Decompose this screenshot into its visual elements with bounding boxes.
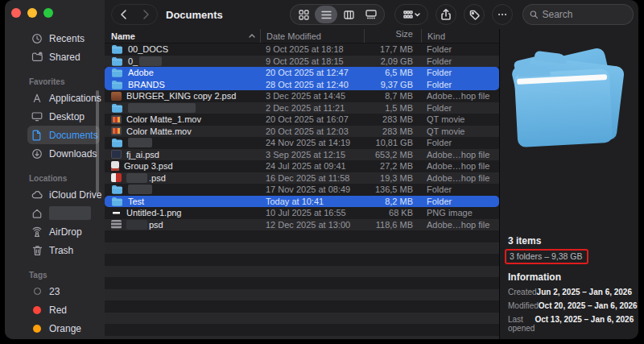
toolbar: Documents (105, 0, 638, 29)
zoom-button[interactable] (43, 8, 53, 18)
info-label: Created (508, 288, 537, 296)
sidebar-item-yellow[interactable]: Yellow (27, 338, 100, 339)
file-size: 136,5 MB (364, 184, 421, 194)
group-by-button[interactable] (394, 4, 428, 25)
column-header-name[interactable]: Name (105, 29, 260, 43)
file-row-fj-ai-psd[interactable]: fj_ai.psd3 Sep 2025 at 12:15653,2 MBAdob… (105, 149, 499, 161)
file-date-modified: 2 Dec 2025 at 11:21 (260, 103, 364, 113)
file-row-color-matte-mov[interactable]: Color Matte.mov20 Oct 2025 at 12:03283 M… (105, 126, 499, 138)
info-value: Oct 13, 2025 – Jan 6, 2026 (535, 315, 634, 324)
back-button[interactable] (112, 5, 134, 24)
file-date-modified: 16 Dec 2025 at 11:58 (260, 173, 364, 183)
minimize-button[interactable] (27, 8, 37, 18)
info-label: Modified (508, 301, 539, 310)
file-row-psd[interactable]: psd12 Dec 2025 at 13:00118,6 MBAdobe…hop… (105, 219, 499, 231)
file-kind: Folder (421, 56, 499, 66)
file-kind: QT movie (421, 126, 499, 136)
file-date-modified: 17 Nov 2025 at 08:49 (260, 184, 364, 194)
redacted-name (126, 220, 147, 230)
search-field[interactable] (522, 4, 634, 25)
file-kind: QT movie (421, 114, 499, 124)
file-date-modified: 3 Dec 2025 at 14:45 (260, 91, 364, 101)
preview-size-summary: 3 folders – 9,38 GB (510, 251, 582, 261)
folder-icon (111, 68, 123, 77)
file-date-modified: 28 Oct 2025 at 12:40 (260, 80, 364, 89)
information-rows: CreatedJun 2, 2025 – Jan 6, 2026Modified… (508, 288, 630, 333)
folder-icon (111, 56, 123, 66)
file-size: 19,3 MB (364, 173, 421, 183)
folder-icon (111, 184, 123, 194)
redacted-name (139, 56, 162, 66)
sidebar-item-recents[interactable]: Recents (27, 29, 100, 48)
empty-row (105, 266, 499, 278)
sidebar-item-23[interactable]: 23 (27, 282, 100, 300)
sidebar-item-label: Documents (49, 130, 98, 141)
preview-items-count: 3 items (508, 235, 630, 247)
file-row-burger-king-copy-2-psd[interactable]: BURGER_KING copy 2.psd3 Dec 2025 at 14:4… (105, 90, 499, 102)
info-label: Last opened (508, 315, 535, 333)
icons-view-button[interactable] (292, 6, 315, 23)
sidebar-item-documents[interactable]: Documents (27, 126, 100, 144)
file-row-psd[interactable]: .psd16 Dec 2025 at 11:5819,3 MBAdobe…hop… (105, 172, 499, 184)
forward-button[interactable] (134, 5, 157, 24)
file-row-color-matte-1-mov[interactable]: Color Matte_1.mov20 Oct 2025 at 16:07283… (105, 114, 499, 126)
column-header-kind[interactable]: Kind (421, 29, 499, 43)
file-row-group-3-psd[interactable]: Group 3.psd24 Jul 2025 at 09:4127,2 MBAd… (105, 160, 499, 172)
sort-asc-icon (249, 34, 255, 38)
sidebar-item-red[interactable]: Red (27, 300, 100, 319)
file-row-test[interactable]: TestToday at 10:418,2 MBFolder (105, 196, 499, 208)
file-row-0[interactable]: 0_9 Oct 2025 at 18:152,09 GBFolder (105, 56, 499, 68)
file-row-00-docs[interactable]: 00_DOCS9 Oct 2025 at 18:1817,7 MBFolder (105, 44, 499, 56)
file-name: Untitled-1.png (126, 208, 182, 218)
sidebar-scrollbar[interactable] (96, 90, 99, 193)
column-header-date-modified[interactable]: Date Modified (260, 29, 364, 43)
file-kind: Adobe…hop file (421, 173, 499, 183)
file-size: 27,2 MB (364, 161, 421, 171)
empty-row (105, 336, 499, 340)
sidebar-item-shared[interactable]: Shared (27, 48, 100, 66)
file-date-modified: 12 Dec 2025 at 13:00 (260, 220, 364, 230)
columns-view-button[interactable] (337, 6, 360, 23)
window-title: Documents (166, 9, 223, 21)
list-view-button[interactable] (315, 6, 337, 23)
file-row-redacted[interactable]: 17 Nov 2025 at 08:49136,5 MBFolder (105, 184, 499, 196)
search-input[interactable] (542, 9, 626, 20)
folder-icon (111, 197, 123, 206)
sidebar-item-icloud-drive[interactable]: iCloud Drive (27, 185, 100, 204)
info-row-last-opened: Last openedOct 13, 2025 – Jan 6, 2026 (508, 315, 630, 333)
sidebar-item-airdrop[interactable]: AirDrop (27, 222, 100, 241)
sidebar-item-applications[interactable]: Applications (27, 89, 100, 107)
desktop-icon (31, 111, 43, 122)
file-row-untitled-1-png[interactable]: Untitled-1.png10 Jul 2025 at 16:5568 KBP… (105, 207, 499, 219)
gallery-view-button[interactable] (360, 6, 382, 23)
sidebar-item-label: Red (49, 305, 67, 316)
sidebar-item-desktop[interactable]: Desktop (27, 107, 100, 126)
main-area: Documents (105, 0, 638, 339)
more-button[interactable] (492, 4, 513, 25)
file-row-redacted[interactable]: 24 Nov 2025 at 14:1910,81 GBFolder (105, 137, 499, 149)
sidebar-item-orange[interactable]: Orange (27, 319, 100, 338)
file-kind: PNG image (421, 208, 499, 218)
sidebar-item-redacted[interactable] (27, 204, 100, 222)
sidebar-item-trash[interactable]: Trash (27, 241, 100, 259)
file-size: 8,7 MB (364, 91, 421, 101)
file-kind: Adobe…hop file (421, 150, 499, 160)
sidebar-item-label: iCloud Drive (49, 189, 101, 201)
file-name: BRANDS (128, 80, 165, 89)
file-size: 118,6 MB (364, 220, 421, 230)
sidebar-item-downloads[interactable]: Downloads (27, 144, 100, 163)
file-row-adobe[interactable]: Adobe20 Oct 2025 at 12:476,5 MBFolder (105, 67, 499, 79)
share-button[interactable] (436, 4, 456, 25)
file-row-brands[interactable]: BRANDS28 Oct 2025 at 12:409,37 GBFolder (105, 79, 499, 91)
file-date-modified: 24 Nov 2025 at 14:19 (260, 138, 364, 147)
file-name: Test (128, 197, 144, 206)
file-row-redacted[interactable]: 2 Dec 2025 at 11:211,5 MBFolder (105, 102, 499, 114)
close-button[interactable] (11, 8, 21, 18)
folder-icon (111, 138, 123, 147)
file-size: 68 KB (364, 208, 421, 218)
app-a-icon (31, 93, 43, 103)
file-size: 10,81 GB (364, 138, 421, 147)
column-header-size[interactable]: Size (364, 29, 421, 43)
ring-icon (31, 288, 43, 295)
tag-button[interactable] (464, 4, 485, 25)
